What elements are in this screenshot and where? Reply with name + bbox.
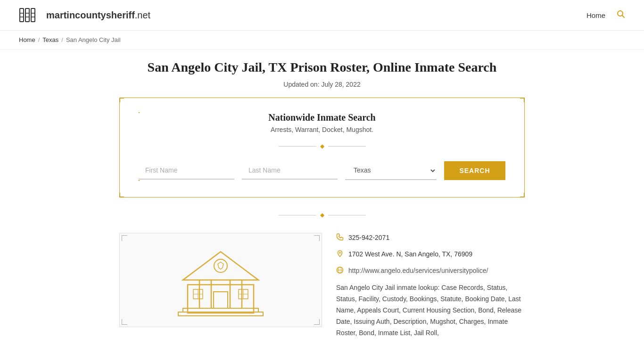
- location-icon: [336, 250, 344, 259]
- search-box-title: Nationwide Inmate Search: [139, 112, 505, 123]
- jail-image: [119, 233, 322, 327]
- phone-text: 325-942-2071: [348, 233, 389, 243]
- breadcrumb-sep-2: /: [61, 36, 63, 43]
- breadcrumb-current: San Angelo City Jail: [66, 36, 121, 43]
- updated-date: Updated on: July 28, 2022: [119, 81, 525, 88]
- img-corner-bl: [122, 319, 127, 325]
- divider: ◆: [139, 143, 505, 150]
- svg-rect-0: [20, 8, 24, 22]
- site-logo[interactable]: martincountysheriff.net: [19, 7, 150, 24]
- search-container: Nationwide Inmate Search Arrests, Warran…: [119, 98, 525, 197]
- svg-marker-16: [218, 262, 223, 269]
- jail-contact-info: 325-942-2071 1702 West Ave. N, San Angel…: [336, 233, 525, 338]
- info-section: 325-942-2071 1702 West Ave. N, San Angel…: [119, 233, 525, 338]
- first-name-input[interactable]: [139, 162, 234, 180]
- breadcrumb-home[interactable]: Home: [19, 36, 35, 43]
- description-text: San Angelo City Jail inmate lookup: Case…: [336, 282, 525, 338]
- search-fields: Texas Alabama Alaska Arizona Arkansas Ca…: [139, 161, 505, 180]
- page-title: San Angelo City Jail, TX Prison Roster, …: [119, 59, 525, 76]
- svg-rect-2: [31, 8, 35, 22]
- main-content: San Angelo City Jail, TX Prison Roster, …: [110, 49, 534, 348]
- website-item: http://www.angelo.edu/services/universit…: [336, 266, 525, 276]
- search-button[interactable]: SEARCH: [444, 161, 505, 180]
- svg-rect-1: [25, 8, 29, 22]
- search-icon: [617, 10, 625, 18]
- img-corner-tl: [122, 235, 127, 241]
- breadcrumb-state[interactable]: Texas: [42, 36, 58, 43]
- logo-text: martincountysheriff.net: [46, 10, 150, 21]
- svg-point-28: [339, 252, 341, 254]
- svg-line-10: [622, 15, 625, 17]
- header-search-button[interactable]: [617, 10, 625, 21]
- state-select[interactable]: Texas Alabama Alaska Arizona Arkansas Ca…: [345, 161, 437, 180]
- svg-rect-21: [214, 292, 228, 308]
- svg-marker-14: [183, 252, 258, 280]
- globe-icon: [336, 266, 344, 276]
- breadcrumb: Home / Texas / San Angelo City Jail: [0, 31, 644, 49]
- bottom-divider: ◆: [119, 212, 525, 219]
- svg-point-15: [214, 259, 227, 272]
- diamond-icon: ◆: [320, 143, 324, 150]
- site-header: martincountysheriff.net Home: [0, 0, 644, 31]
- svg-rect-12: [183, 308, 258, 312]
- address-text: 1702 West Ave. N, San Angelo, TX, 76909: [348, 249, 472, 259]
- logo-icon: [19, 7, 41, 24]
- address-item: 1702 West Ave. N, San Angelo, TX, 76909: [336, 249, 525, 259]
- img-corner-tr: [314, 235, 320, 241]
- last-name-input[interactable]: [242, 162, 338, 180]
- website-link[interactable]: http://www.angelo.edu/services/universit…: [348, 266, 488, 276]
- breadcrumb-sep-1: /: [38, 36, 40, 43]
- img-corner-br: [314, 319, 320, 325]
- courthouse-icon: [173, 242, 268, 318]
- phone-item: 325-942-2071: [336, 233, 525, 243]
- diamond-icon-2: ◆: [320, 212, 324, 219]
- search-box-subtitle: Arrests, Warrant, Docket, Mugshot.: [139, 126, 505, 133]
- phone-icon: [336, 233, 344, 243]
- nav-home[interactable]: Home: [586, 11, 605, 19]
- header-nav: Home: [586, 10, 625, 21]
